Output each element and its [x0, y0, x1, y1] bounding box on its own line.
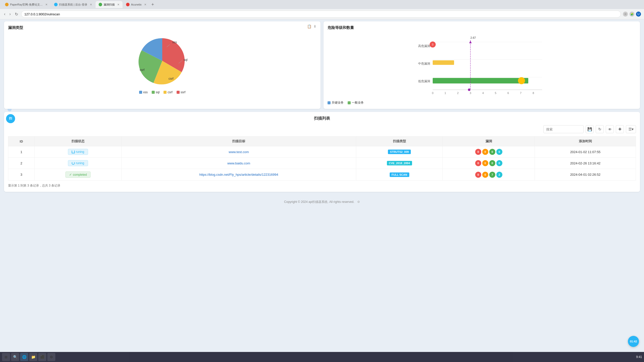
- back-button[interactable]: ‹: [3, 11, 6, 17]
- legend-dot-csrf: [164, 91, 167, 94]
- svg-text:csrf: csrf: [169, 77, 174, 80]
- footer-text: Copyright © 2024 api扫描器系统. All rights re…: [284, 200, 354, 204]
- footer-icon: ⚙: [357, 200, 360, 204]
- new-tab-button[interactable]: +: [150, 2, 156, 7]
- tab-close-paperray[interactable]: ✕: [45, 3, 48, 6]
- row2-id: 2: [8, 158, 35, 169]
- tab-scanner[interactable]: 扫描器系统 | 后台-登录 ✕: [51, 1, 95, 8]
- tab-close-vulnscan[interactable]: ✕: [117, 3, 119, 6]
- search-input[interactable]: [543, 125, 584, 133]
- address-bar: ‹ › ↻ ☆ 🧩 U: [0, 9, 644, 19]
- risk-title: 危险等级和数量: [328, 25, 636, 30]
- forward-button[interactable]: ›: [8, 11, 12, 17]
- svg-rect-25: [433, 60, 454, 65]
- eye-button[interactable]: 👁: [606, 125, 614, 133]
- tab-close-scanner[interactable]: ✕: [90, 3, 92, 6]
- status-badge-running-1: runing: [68, 149, 88, 155]
- svg-text:0: 0: [432, 92, 433, 95]
- address-input[interactable]: [21, 11, 621, 18]
- svg-text:ssrf: ssrf: [140, 68, 145, 72]
- taskbar-files[interactable]: 📁: [29, 353, 37, 361]
- tab-label-scanner: 扫描器系统 | 后台-登录: [59, 3, 87, 7]
- tab-vulnscan[interactable]: 漏洞扫描 ✕: [96, 1, 123, 8]
- vuln-dots-1: 0 0 0 0: [446, 149, 532, 155]
- vdot-red-2: 0: [475, 160, 481, 166]
- save-button[interactable]: 💾: [586, 125, 594, 133]
- refresh-button[interactable]: ↻: [596, 125, 604, 133]
- bookmark-icon[interactable]: ☆: [623, 12, 628, 17]
- profile-icon[interactable]: U: [636, 12, 641, 17]
- svg-text:1: 1: [445, 92, 446, 95]
- svg-text:中危漏洞: 中危漏洞: [418, 62, 430, 65]
- col-type: 扫描类型: [356, 137, 443, 146]
- legend-dot-xss: [139, 91, 142, 94]
- svg-text:高危漏洞: 高危漏洞: [418, 44, 430, 48]
- taskbar-browser[interactable]: 🌐: [20, 353, 28, 361]
- target-link-3[interactable]: https://blog.csdn.net/Fly_hps/article/de…: [199, 173, 278, 176]
- tab-paperray[interactable]: PaperRay官网-免费论文查重 ✕: [2, 1, 51, 8]
- download-icon[interactable]: ⬇: [313, 24, 316, 28]
- bar-chart-legend: 关键业务 一般业务: [328, 101, 636, 105]
- legend-label-ssrf: ssrf: [181, 90, 185, 94]
- browser-chrome: PaperRay官网-免费论文查重 ✕ 扫描器系统 | 后台-登录 ✕ 漏洞扫描…: [0, 0, 644, 19]
- vdot-red-3: 0: [475, 172, 481, 178]
- target-link-2[interactable]: www.baidu.com: [227, 161, 250, 165]
- tab-bar: PaperRay官网-免费论文查重 ✕ 扫描器系统 | 后台-登录 ✕ 漏洞扫描…: [0, 0, 644, 9]
- legend-dot-ssrf: [177, 91, 180, 94]
- add-button[interactable]: ✚: [616, 125, 624, 133]
- bar-chart: 高危漏洞 中危漏洞 低危漏洞 0 1 2: [328, 33, 636, 99]
- taskbar-terminal[interactable]: ⬛: [38, 353, 46, 361]
- col-status: 扫描状态: [34, 137, 121, 146]
- taskbar-start[interactable]: ⊞: [2, 353, 10, 361]
- vuln-types-title: 漏洞类型: [8, 25, 316, 30]
- vuln-types-panel: 漏洞类型 📋 ⬇: [4, 21, 320, 109]
- tab-icon-vulnscan: [99, 3, 102, 6]
- svg-text:5: 5: [495, 92, 496, 95]
- report-icon[interactable]: 📋: [307, 24, 311, 28]
- vdot-teal-3: 2: [496, 172, 502, 178]
- taskbar-search[interactable]: 🔍: [11, 353, 19, 361]
- taskbar-settings[interactable]: ⚙: [47, 353, 55, 361]
- extensions-icon[interactable]: 🧩: [629, 12, 634, 17]
- svg-text:2.67: 2.67: [470, 36, 476, 39]
- svg-text:3: 3: [470, 92, 471, 95]
- vdot-teal-2: 0: [496, 160, 502, 166]
- row2-status: runing: [34, 158, 121, 169]
- row3-target: https://blog.csdn.net/Fly_hps/article/de…: [122, 169, 356, 180]
- svg-point-30: [518, 77, 525, 84]
- svg-text:4: 4: [482, 92, 484, 95]
- badge-label: 扫: [9, 116, 12, 121]
- charts-row: 漏洞类型 📋 ⬇: [4, 21, 640, 109]
- row3-type: FULL SCAN: [356, 169, 443, 180]
- scan-list-title: 扫描列表: [314, 116, 330, 120]
- legend-label-general: 一般业务: [352, 101, 364, 105]
- vdot-orange-1: 0: [482, 149, 488, 155]
- tab-acunetix[interactable]: Acunetix ✕: [123, 1, 149, 8]
- row2-target: www.baidu.com: [122, 158, 356, 169]
- row1-type: STRUTS2_009: [356, 146, 443, 158]
- row3-status: ✓ completed: [34, 169, 121, 180]
- vdot-green-3: 7: [489, 172, 495, 178]
- svg-point-31: [468, 88, 470, 91]
- vuln-dots-3: 0 0 7 2: [446, 172, 532, 178]
- legend-dot-sql: [152, 91, 155, 94]
- vdot-green-2: 0: [489, 160, 495, 166]
- browser-toolbar-icons: ☆ 🧩 U: [623, 12, 641, 17]
- scan-type-badge-3: FULL SCAN: [390, 172, 409, 177]
- vdot-orange-3: 0: [482, 172, 488, 178]
- target-link-1[interactable]: www.test.com: [229, 150, 249, 154]
- panel-icons-vuln: 📋 ⬇: [307, 24, 316, 28]
- tab-close-acunetix[interactable]: ✕: [144, 3, 146, 6]
- refresh-button[interactable]: ↻: [14, 11, 19, 18]
- page-content: 漏洞类型 📋 ⬇: [0, 19, 644, 208]
- vuln-dots-2: 0 0 0 0: [446, 160, 532, 166]
- svg-text:0: 0: [432, 43, 433, 46]
- columns-button[interactable]: ☰▾: [626, 125, 636, 133]
- legend-dot-critical: [328, 101, 331, 104]
- legend-sql: sql: [152, 90, 159, 94]
- scan-section: 扫 扫描列表 💾 ↻ 👁 ✚ ☰▾ ID 扫描状: [4, 112, 640, 192]
- table-footer-text: 显示第 1 到第 3 条记录，总共 3 条记录: [8, 184, 60, 187]
- table-body: 1 runing www.test.com STRUTS2_009: [8, 146, 636, 180]
- check-icon-3: ✓: [69, 173, 72, 176]
- row2-vulns: 0 0 0 0: [443, 158, 535, 169]
